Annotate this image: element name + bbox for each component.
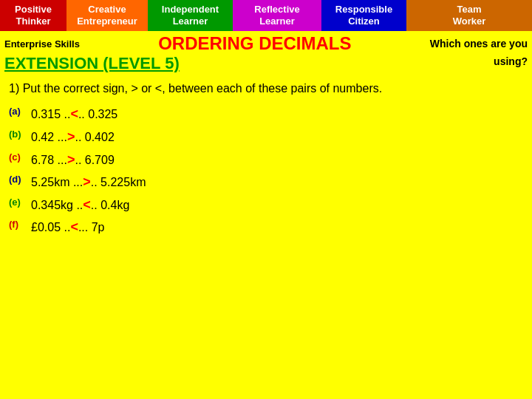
- enterprise-skills-label: Enterprise Skills: [4, 38, 80, 50]
- tab-team-worker[interactable]: Team Worker: [406, 0, 532, 31]
- tab-independent-learner[interactable]: Independent Learner: [148, 0, 233, 31]
- list-item: (f) £0.05 ..<... 7p: [9, 216, 523, 239]
- list-item: (e) 0.345kg ..<.. 0.4kg: [9, 194, 523, 216]
- question-label-a: (a): [9, 103, 31, 126]
- tab-creative-entrepreneur[interactable]: Creative Entrepreneur: [66, 0, 148, 31]
- question-content-f: £0.05 ..<... 7p: [31, 216, 104, 239]
- tab-reflective-learner[interactable]: Reflective Learner: [233, 0, 321, 31]
- question-content-e: 0.345kg ..<.. 0.4kg: [31, 194, 129, 216]
- using-label: using?: [494, 54, 528, 67]
- list-item: (d) 5.25km ...>.. 5.225km: [9, 171, 523, 194]
- extension-title: EXTENSION (LEVEL 5): [4, 54, 494, 73]
- instruction-text: 1) Put the correct sign, > or <, between…: [9, 81, 523, 97]
- question-content-d: 5.25km ...>.. 5.225km: [31, 171, 146, 194]
- question-label-d: (d): [9, 171, 31, 194]
- list-item: (b) 0.42 ...>.. 0.402: [9, 126, 523, 149]
- content-area: 1) Put the correct sign, > or <, between…: [0, 76, 532, 243]
- tab-bar: Positive Thinker Creative Entrepreneur I…: [0, 0, 532, 31]
- question-content-c: 6.78 ...>.. 6.709: [31, 149, 115, 171]
- ordering-title: ORDERING DECIMALS: [80, 33, 430, 54]
- question-list: (a) 0.315 ..<.. 0.325 (b) 0.42 ...>.. 0.…: [9, 103, 523, 239]
- list-item: (a) 0.315 ..<.. 0.325: [9, 103, 523, 126]
- question-label-f: (f): [9, 216, 31, 239]
- question-content-b: 0.42 ...>.. 0.402: [31, 126, 115, 149]
- question-label-e: (e): [9, 194, 31, 216]
- which-ones-label: Which ones are you: [430, 38, 528, 50]
- question-label-c: (c): [9, 149, 31, 171]
- list-item: (c) 6.78 ...>.. 6.709: [9, 149, 523, 171]
- tab-positive-thinker[interactable]: Positive Thinker: [0, 0, 66, 31]
- tab-responsible-citizen[interactable]: Responsible Citizen: [321, 0, 406, 31]
- question-content-a: 0.315 ..<.. 0.325: [31, 103, 117, 126]
- question-label-b: (b): [9, 126, 31, 149]
